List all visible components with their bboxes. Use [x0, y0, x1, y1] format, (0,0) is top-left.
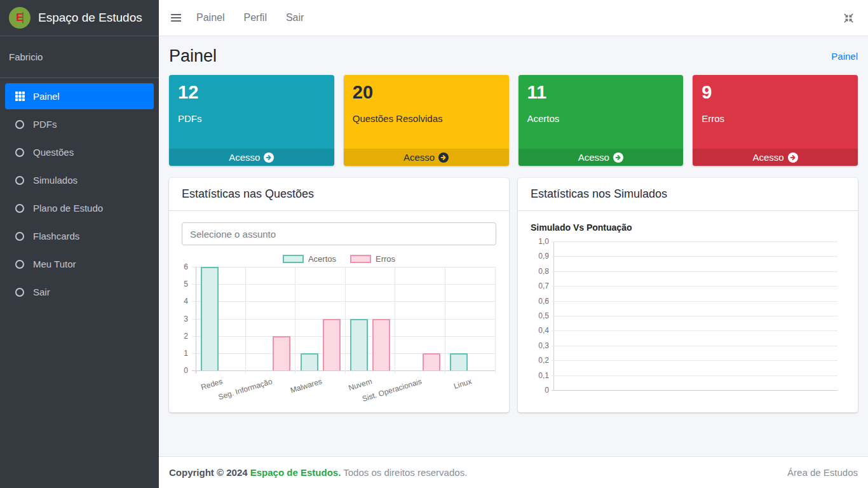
- panel-body: Simulado Vs Pontuação 1,00,90,80,70,60,5…: [518, 211, 858, 407]
- sidebar: E Espaço de Estudos Fabricio Painel: [0, 0, 159, 488]
- sidebar-item-label: Meu Tutor: [33, 259, 76, 269]
- stat-card-inner: 9 Erros: [693, 75, 858, 149]
- stat-card-pdfs: 12 PDFs Acesso: [169, 75, 334, 166]
- y-axis-tick: 6: [184, 262, 188, 271]
- circle-icon: [10, 260, 29, 269]
- y-axis-tick: 0,8: [527, 267, 549, 276]
- sidebar-item-label: Questões: [33, 147, 74, 158]
- legend-swatch: [283, 255, 304, 263]
- x-axis-label: Linux: [452, 377, 473, 391]
- y-axis-tick: 0: [527, 386, 549, 395]
- x-axis-label: Seg. Informação: [217, 377, 273, 402]
- brand[interactable]: E Espaço de Estudos: [0, 0, 159, 36]
- access-label: Acesso: [403, 152, 435, 163]
- legend-swatch: [350, 255, 371, 263]
- stat-card-inner: 11 Acertos: [519, 75, 684, 149]
- y-axis-tick: 0,3: [527, 341, 549, 350]
- panel-header: Estatísticas nos Simulados: [518, 178, 858, 211]
- bar-erros-Seg. Informação: [273, 336, 290, 370]
- sidebar-item-label: Simulados: [33, 175, 78, 186]
- footer-copyright: Copyright © 2024 Espaço de Estudos. Todo…: [169, 467, 467, 478]
- brand-name: Espaço de Estudos: [38, 11, 142, 25]
- page-title: Painel: [169, 46, 217, 66]
- brand-logo-icon: E: [9, 7, 31, 29]
- stat-card-questoes-resolvidas: 20 Questões Resolvidas Acesso: [344, 75, 509, 166]
- bar-acertos-Redes: [201, 267, 219, 370]
- content-spacer: [159, 412, 868, 456]
- y-axis-tick: 0,6: [527, 297, 549, 306]
- sidebar-item-pdfs[interactable]: PDFs: [5, 111, 154, 137]
- stat-card-acertos: 11 Acertos Acesso: [519, 75, 684, 166]
- y-axis-tick: 0,4: [527, 326, 549, 335]
- panels-row: Estatísticas nas Questões AcertosErros 0…: [159, 178, 868, 412]
- stat-card-access-link[interactable]: Acesso: [344, 149, 509, 166]
- stat-card-value: 20: [353, 83, 500, 103]
- stat-card-label: Acertos: [527, 113, 675, 124]
- arrow-circle-right-icon: [613, 152, 623, 163]
- navbar-link-painel[interactable]: Painel: [187, 12, 234, 24]
- compress-icon[interactable]: [839, 10, 858, 26]
- panel-estatisticas-simulados: Estatísticas nos Simulados Simulado Vs P…: [518, 178, 858, 412]
- bar-erros-Malwares: [323, 319, 341, 371]
- stat-card-label: Erros: [702, 113, 849, 124]
- sidebar-nav: Painel PDFs Questões Simulados Plano de …: [0, 78, 159, 312]
- sidebar-item-label: Plano de Estudo: [33, 203, 103, 214]
- stat-card-access-link[interactable]: Acesso: [519, 149, 684, 166]
- stat-card-inner: 20 Questões Resolvidas: [344, 75, 509, 149]
- x-axis-label: Malwares: [289, 377, 323, 395]
- bar-acertos-Nuvem: [350, 319, 368, 371]
- sidebar-item-sair[interactable]: Sair: [5, 279, 154, 305]
- x-axis-label: Nuvem: [347, 377, 372, 393]
- bar-erros-Sist. Operacionais: [423, 353, 440, 370]
- sidebar-item-painel[interactable]: Painel: [5, 83, 154, 109]
- stat-card-access-link[interactable]: Acesso: [169, 149, 334, 166]
- navbar-link-sair[interactable]: Sair: [276, 12, 313, 24]
- navbar-link-perfil[interactable]: Perfil: [234, 12, 276, 24]
- content-wrapper: Painel Painel 12 PDFs Acesso: [159, 36, 868, 488]
- footer-right-text: Área de Estudos: [787, 467, 858, 478]
- sidebar-item-simulados[interactable]: Simulados: [5, 167, 154, 193]
- y-axis-tick: 1: [184, 349, 188, 358]
- content-header: Painel Painel: [159, 36, 868, 75]
- sidebar-item-plano-de-estudo[interactable]: Plano de Estudo: [5, 195, 154, 221]
- y-axis-tick: 2: [184, 332, 188, 341]
- circle-icon: [10, 176, 29, 185]
- footer-brand-link[interactable]: Espaço de Estudos.: [250, 467, 341, 478]
- stat-card-value: 12: [178, 83, 325, 103]
- circle-icon: [10, 148, 29, 157]
- logo-slit: [22, 12, 24, 24]
- access-label: Acesso: [229, 152, 260, 163]
- sidebar-item-flashcards[interactable]: Flashcards: [5, 223, 154, 249]
- user-panel: Fabricio: [0, 36, 159, 78]
- circle-icon: [10, 288, 29, 297]
- y-axis-tick: 5: [184, 280, 188, 288]
- y-axis-tick: 0,9: [527, 252, 549, 261]
- y-axis-tick: 3: [184, 315, 188, 323]
- y-axis-tick: 0,1: [527, 371, 549, 380]
- grid-icon: [10, 92, 29, 101]
- sidebar-item-label: PDFs: [33, 119, 57, 130]
- x-axis-label: Redes: [200, 377, 223, 392]
- subject-select[interactable]: [182, 222, 496, 245]
- sidebar-item-meu-tutor[interactable]: Meu Tutor: [5, 251, 154, 277]
- y-axis-tick: 0,5: [527, 311, 549, 320]
- y-axis-tick: 4: [184, 297, 188, 306]
- hamburger-menu-icon[interactable]: [169, 13, 187, 23]
- arrow-circle-right-icon: [264, 152, 274, 163]
- bar-acertos-Linux: [450, 353, 468, 370]
- legend-item: Erros: [350, 254, 395, 264]
- panel-title: Estatísticas nas Questões: [182, 187, 496, 201]
- stat-card-access-link[interactable]: Acesso: [693, 149, 858, 166]
- stat-card-inner: 12 PDFs: [169, 75, 334, 149]
- access-label: Acesso: [753, 152, 784, 163]
- legend-label: Erros: [376, 254, 395, 264]
- arrow-circle-right-icon: [438, 152, 449, 163]
- stat-card-label: Questões Resolvidas: [353, 113, 500, 124]
- bar-chart-x-labels: RedesSeg. InformaçãoMalwaresNuvemSist. O…: [196, 370, 495, 406]
- y-axis-tick: 0,7: [527, 281, 549, 290]
- footer-rights: Todos os direitos reservados.: [343, 467, 467, 478]
- stat-card-value: 11: [527, 83, 675, 103]
- sidebar-item-questoes[interactable]: Questões: [5, 139, 154, 165]
- breadcrumb[interactable]: Painel: [831, 51, 858, 62]
- panel-title: Estatísticas nos Simulados: [531, 187, 845, 201]
